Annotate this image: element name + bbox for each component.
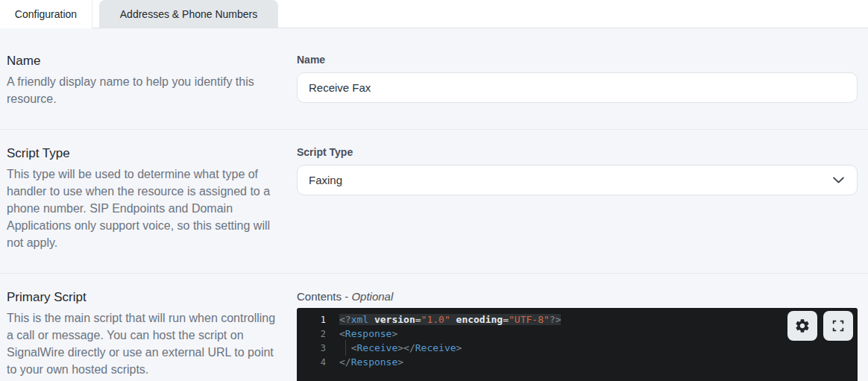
section-heading: Primary Script <box>7 290 290 305</box>
section-description: This type will be used to determine what… <box>7 166 284 251</box>
line-number: 3 <box>297 343 326 353</box>
editor-settings-button[interactable] <box>787 311 817 341</box>
code-line[interactable]: 1<?xml version="1.0" encoding="UTF-8"?> <box>297 312 858 327</box>
contents-field-label: Contents - Optional <box>297 290 858 303</box>
contents-label-text: Contents - <box>297 290 348 303</box>
tab-addresses-phone-numbers[interactable]: Addresses & Phone Numbers <box>99 0 278 28</box>
tab-configuration[interactable]: Configuration <box>0 0 92 28</box>
name-field-label: Name <box>297 54 858 66</box>
line-number: 2 <box>297 329 326 339</box>
section-primary-script: Primary Script This is the main script t… <box>0 273 868 381</box>
code-text: <?xml version="1.0" encoding="UTF-8"?> <box>339 314 561 325</box>
section-script-type: Script Type This type will be used to de… <box>0 129 868 273</box>
tab-label: Configuration <box>15 8 77 20</box>
code-text: </Response> <box>339 356 403 368</box>
script-type-select[interactable]: Faxing <box>297 165 858 195</box>
code-line[interactable]: 3 <Receive></Receive> <box>297 341 858 355</box>
section-script-type-field: Script Type Faxing <box>297 146 858 251</box>
section-description: A friendly display name to help you iden… <box>7 73 284 107</box>
section-name-info: Name A friendly display name to help you… <box>7 54 290 107</box>
code-editor[interactable]: 1<?xml version="1.0" encoding="UTF-8"?>2… <box>297 308 858 381</box>
code-line[interactable]: 4</Response> <box>297 355 858 369</box>
section-primary-script-field: Contents - Optional 1<?xml version="1.0"… <box>297 290 858 381</box>
gear-icon <box>794 318 811 334</box>
section-name-field: Name <box>297 54 858 107</box>
section-name: Name A friendly display name to help you… <box>0 28 868 129</box>
section-description: This is the main script that will run wh… <box>7 309 284 378</box>
code-editor-lines: 1<?xml version="1.0" encoding="UTF-8"?>2… <box>297 312 858 369</box>
chevron-down-icon <box>833 177 844 183</box>
line-number: 4 <box>297 357 326 368</box>
code-line[interactable]: 2<Response> <box>297 327 858 341</box>
code-text: <Receive></Receive> <box>339 342 462 353</box>
section-heading: Name <box>7 54 290 69</box>
line-number: 1 <box>297 315 326 325</box>
name-input[interactable] <box>297 72 858 103</box>
section-heading: Script Type <box>7 146 290 161</box>
tab-label: Addresses & Phone Numbers <box>120 8 257 20</box>
section-script-type-info: Script Type This type will be used to de… <box>7 146 290 251</box>
editor-toolbar <box>787 311 853 341</box>
editor-fullscreen-button[interactable] <box>823 311 853 341</box>
script-type-selected-value: Faxing <box>309 174 342 186</box>
script-type-field-label: Script Type <box>297 146 858 158</box>
contents-label-optional: Optional <box>351 290 393 303</box>
fullscreen-icon <box>831 319 845 333</box>
section-primary-script-info: Primary Script This is the main script t… <box>7 290 290 381</box>
tab-bar: Configuration Addresses & Phone Numbers <box>0 0 868 28</box>
code-text: <Response> <box>339 328 397 339</box>
